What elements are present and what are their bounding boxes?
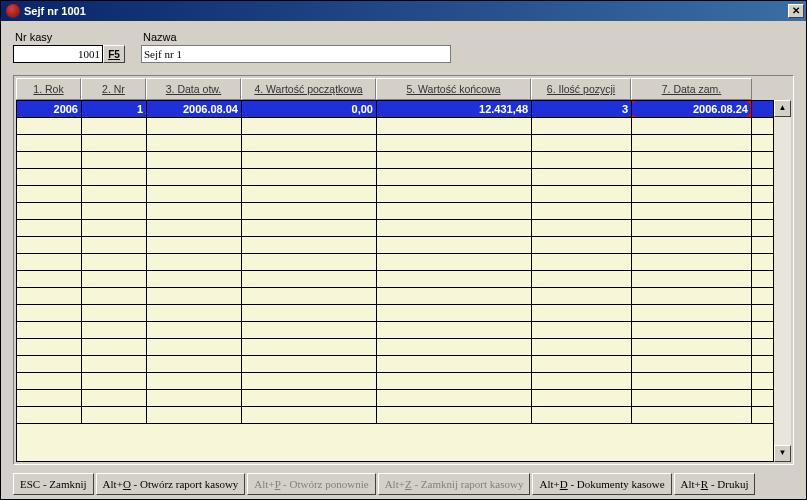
table-row[interactable] [17,288,773,305]
f5-button[interactable]: F5 [103,45,125,63]
table-row[interactable] [17,407,773,424]
open-again-button[interactable]: Alt+P - Otwórz ponownie [247,473,375,495]
table-row[interactable]: 2006 1 2006.08.04 0,00 12.431,48 3 2006.… [17,101,773,118]
top-fields: Nr kasy F5 Nazwa [13,31,794,63]
cell-rok: 2006 [17,101,82,117]
nazwa-input[interactable] [141,45,451,63]
table-row[interactable] [17,169,773,186]
table-row[interactable] [17,186,773,203]
app-icon [6,4,20,18]
cell-wart-pocz: 0,00 [242,101,377,117]
table-row[interactable] [17,390,773,407]
header-wart-konc[interactable]: 5. Wartość końcowa [376,78,531,100]
table-row[interactable] [17,254,773,271]
table-row[interactable] [17,220,773,237]
vertical-scrollbar[interactable]: ▲ ▼ [774,100,791,462]
table-row[interactable] [17,373,773,390]
kasa-label: Nr kasy [13,31,125,43]
table-row[interactable] [17,271,773,288]
content-area: Nr kasy F5 Nazwa 1. Rok 2. Nr 3. Data ot… [1,21,806,499]
cash-docs-button[interactable]: Alt+D - Dokumenty kasowe [532,473,671,495]
cell-ilosc: 3 [532,101,632,117]
table-row[interactable] [17,237,773,254]
table-row[interactable] [17,135,773,152]
header-wart-pocz[interactable]: 4. Wartość początkowa [241,78,376,100]
header-data-zam[interactable]: 7. Data zam. [631,78,752,100]
table-row[interactable] [17,152,773,169]
header-nr[interactable]: 2. Nr [81,78,146,100]
app-window: Sejf nr 1001 ✕ Nr kasy F5 Nazwa 1. Rok [0,0,807,500]
window-title: Sejf nr 1001 [24,5,788,17]
cell-data-otw: 2006.08.04 [147,101,242,117]
cell-data-zam: 2006.08.24 [632,101,752,117]
table-row[interactable] [17,339,773,356]
print-button[interactable]: Alt+R - Drukuj [674,473,756,495]
kasa-input[interactable] [13,45,103,63]
esc-close-button[interactable]: ESC - Zamknij [13,473,94,495]
cell-nr: 1 [82,101,147,117]
grid-body: 2006 1 2006.08.04 0,00 12.431,48 3 2006.… [16,100,774,462]
scroll-up-button[interactable]: ▲ [774,100,791,117]
table-row[interactable] [17,118,773,135]
kasa-field-group: Nr kasy F5 [13,31,125,63]
header-rok[interactable]: 1. Rok [16,78,81,100]
table-row[interactable] [17,322,773,339]
scroll-track[interactable] [774,117,791,445]
titlebar: Sejf nr 1001 ✕ [1,1,806,21]
open-report-button[interactable]: Alt+O - Otwórz raport kasowy [96,473,246,495]
close-report-button[interactable]: Alt+Z - Zamknij raport kasowy [378,473,531,495]
action-bar: ESC - Zamknij Alt+O - Otwórz raport kaso… [13,469,794,495]
table-row[interactable] [17,203,773,220]
table-area: 1. Rok 2. Nr 3. Data otw. 4. Wartość poc… [13,75,794,465]
table-row[interactable] [17,305,773,322]
nazwa-field-group: Nazwa [141,31,451,63]
data-grid[interactable]: 1. Rok 2. Nr 3. Data otw. 4. Wartość poc… [16,78,774,462]
cell-wart-konc: 12.431,48 [377,101,532,117]
nazwa-label: Nazwa [141,31,451,43]
header-ilosc[interactable]: 6. Ilość pozycji [531,78,631,100]
table-row[interactable] [17,356,773,373]
grid-header: 1. Rok 2. Nr 3. Data otw. 4. Wartość poc… [16,78,774,100]
header-data-otw[interactable]: 3. Data otw. [146,78,241,100]
scroll-down-button[interactable]: ▼ [774,445,791,462]
close-button[interactable]: ✕ [788,4,804,18]
